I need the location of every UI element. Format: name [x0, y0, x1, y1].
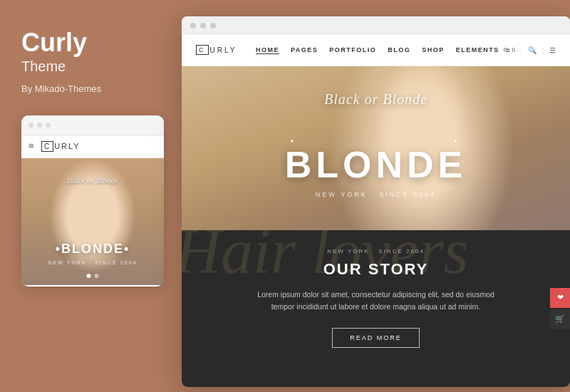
mobile-page-dot-2: [95, 274, 99, 278]
nav-home[interactable]: HOME: [256, 46, 279, 54]
desktop-logo: C URLY: [196, 45, 237, 55]
hamburger-icon: ≡: [28, 140, 34, 152]
desktop-hero: Black or Blonde • • BLONDE NEW YORK · SI…: [182, 66, 570, 230]
desktop-top-bar: [182, 16, 570, 35]
mobile-dot-2: [37, 123, 42, 128]
nav-portfolio[interactable]: PORTFOLIO: [329, 46, 376, 54]
nav-blog[interactable]: BLOG: [388, 46, 410, 54]
desktop-dot-2: [200, 23, 206, 29]
story-content: NEW YORK · SINCE 2004 OUR STORY Lorem ip…: [203, 248, 549, 349]
divider-2: |: [542, 46, 544, 54]
divider-1: |: [521, 46, 522, 54]
mobile-nav: ≡ C URLY: [21, 135, 164, 158]
mobile-hero-subtitle: NEW YORK · SINCE 2004: [48, 260, 138, 265]
floating-icons: ❤ 🛒: [550, 288, 570, 329]
mobile-preview: ≡ C URLY Black or Blonde • • •BLONDE• NE…: [21, 115, 164, 287]
read-more-button[interactable]: READ MORE: [332, 328, 420, 348]
mobile-hero-title: •BLONDE•: [56, 242, 130, 257]
desktop-logo-c: C: [196, 45, 209, 55]
hero-main-title: BLONDE: [285, 143, 467, 186]
brand-title: Curly: [21, 29, 87, 57]
hero-script-text: Black or Blonde: [324, 91, 428, 108]
desktop-logo-text: URLY: [210, 46, 237, 54]
mobile-dot-3: [46, 123, 51, 128]
mobile-logo-c: C: [41, 141, 53, 152]
float-cart-icon[interactable]: 🛒: [550, 309, 570, 329]
by-line: By Mikado-Themes: [21, 83, 101, 94]
desktop-nav-links: HOME PAGES PORTFOLIO BLOG SHOP ELEMENTS: [251, 46, 504, 54]
mobile-logo: C URLY: [41, 141, 81, 152]
mobile-dot-1: [28, 123, 33, 128]
desktop-nav: C URLY HOME PAGES PORTFOLIO BLOG SHOP EL…: [182, 35, 570, 66]
mobile-logo-text: URLY: [54, 142, 81, 150]
mobile-hero: Black or Blonde • • •BLONDE• NEW YORK · …: [21, 158, 164, 285]
brand-subtitle: Theme: [21, 58, 66, 75]
hero-location: NEW YORK · SINCE 2004: [316, 191, 436, 198]
story-location: NEW YORK · SINCE 2004: [327, 248, 425, 254]
search-icon[interactable]: 🔍: [528, 46, 537, 54]
nav-shop[interactable]: SHOP: [422, 46, 445, 54]
mobile-top-bar: [21, 115, 164, 135]
mobile-page-dot-1: [87, 274, 91, 278]
desktop-dot-3: [210, 23, 216, 29]
mobile-pagination: [87, 274, 99, 278]
nav-pages[interactable]: PAGES: [291, 46, 318, 54]
desktop-preview: C URLY HOME PAGES PORTFOLIO BLOG SHOP EL…: [182, 16, 570, 387]
float-heart-icon[interactable]: ❤: [550, 288, 570, 308]
desktop-dot-1: [190, 23, 196, 29]
story-body: Lorem ipsum dolor sit amet, consectetur …: [248, 289, 504, 314]
desktop-nav-icons: 🛍 0 | 🔍 | ☰: [504, 46, 556, 54]
story-title: OUR STORY: [323, 260, 429, 279]
mobile-hero-script: Black or Blonde: [67, 176, 118, 185]
nav-elements[interactable]: ELEMENTS: [456, 46, 499, 54]
menu-icon[interactable]: ☰: [549, 46, 556, 54]
story-section: Hair lovers NEW YORK · SINCE 2004 OUR ST…: [182, 230, 570, 387]
cart-icon[interactable]: 🛍 0: [504, 46, 515, 53]
left-panel: Curly Theme By Mikado-Themes ≡ C URLY Bl…: [0, 0, 171, 392]
